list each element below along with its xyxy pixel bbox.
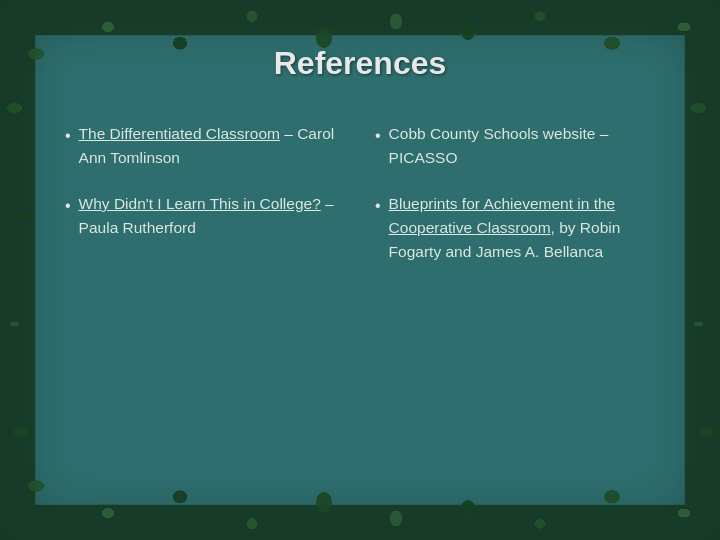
bullet-text: Blueprints for Achievement in the Cooper… xyxy=(389,192,655,264)
left-column: • The Differentiated Classroom – Carol A… xyxy=(65,122,345,495)
list-item: • Cobb County Schools website – PICASSO xyxy=(375,122,655,170)
bullet-icon: • xyxy=(375,194,381,219)
list-item: • Blueprints for Achievement in the Coop… xyxy=(375,192,655,264)
list-item: • The Differentiated Classroom – Carol A… xyxy=(65,122,345,170)
bullet-icon: • xyxy=(65,194,71,219)
bullet-text: The Differentiated Classroom – Carol Ann… xyxy=(79,122,345,170)
book-title-2: Why Didn't I Learn This in College? xyxy=(79,195,321,212)
background: References • The Differentiated Classroo… xyxy=(0,0,720,540)
main-content: References • The Differentiated Classroo… xyxy=(0,0,720,540)
bullet-text: Cobb County Schools website – PICASSO xyxy=(389,122,655,170)
list-item: • Why Didn't I Learn This in College? – … xyxy=(65,192,345,240)
bullet-icon: • xyxy=(375,124,381,149)
page-title: References xyxy=(65,45,655,82)
book-title-3: Blueprints for Achievement in the Cooper… xyxy=(389,195,616,236)
bullet-text: Why Didn't I Learn This in College? – Pa… xyxy=(79,192,345,240)
right-column: • Cobb County Schools website – PICASSO … xyxy=(375,122,655,495)
columns-container: • The Differentiated Classroom – Carol A… xyxy=(65,122,655,495)
book-title-1: The Differentiated Classroom xyxy=(79,125,280,142)
bullet-icon: • xyxy=(65,124,71,149)
